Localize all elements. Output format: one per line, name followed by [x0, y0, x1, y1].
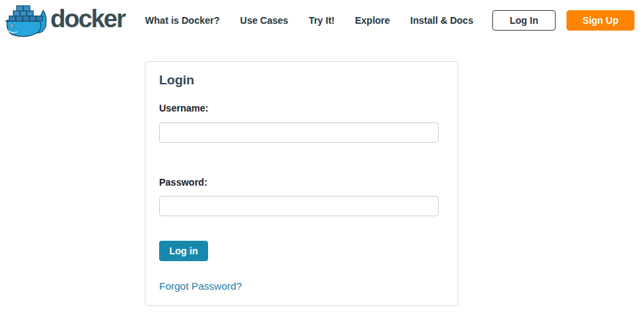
docker-logo[interactable]: docker — [5, 3, 124, 37]
submit-row: Log in — [159, 216, 444, 261]
forgot-password-link[interactable]: Forgot Password? — [159, 280, 242, 292]
username-label: Username: — [159, 103, 444, 114]
nav-item-try-it[interactable]: Try It! — [309, 15, 335, 26]
top-nav: docker What is Docker? Use Cases Try It!… — [0, 0, 644, 41]
nav-login-button[interactable]: Log In — [492, 10, 556, 31]
main-content: Login Username: Password: Log in Forgot … — [0, 61, 644, 306]
password-label: Password: — [159, 177, 444, 188]
docker-wordmark: docker — [50, 6, 124, 35]
auth-buttons: Log In Sign Up — [492, 10, 634, 31]
password-input[interactable] — [159, 196, 439, 216]
main-nav: What is Docker? Use Cases Try It! Explor… — [145, 15, 473, 26]
nav-item-use-cases[interactable]: Use Cases — [240, 15, 288, 26]
nav-item-install-docs[interactable]: Install & Docs — [410, 15, 473, 26]
nav-item-explore[interactable]: Explore — [355, 15, 390, 26]
nav-item-what-is-docker[interactable]: What is Docker? — [145, 15, 220, 26]
login-card: Login Username: Password: Log in Forgot … — [145, 61, 458, 306]
forgot-row: Forgot Password? — [159, 261, 444, 292]
docker-whale-icon — [5, 3, 49, 37]
login-submit-button[interactable]: Log in — [159, 241, 208, 261]
nav-signup-button[interactable]: Sign Up — [566, 10, 634, 31]
username-input[interactable] — [159, 122, 439, 143]
login-card-title: Login — [159, 73, 444, 88]
